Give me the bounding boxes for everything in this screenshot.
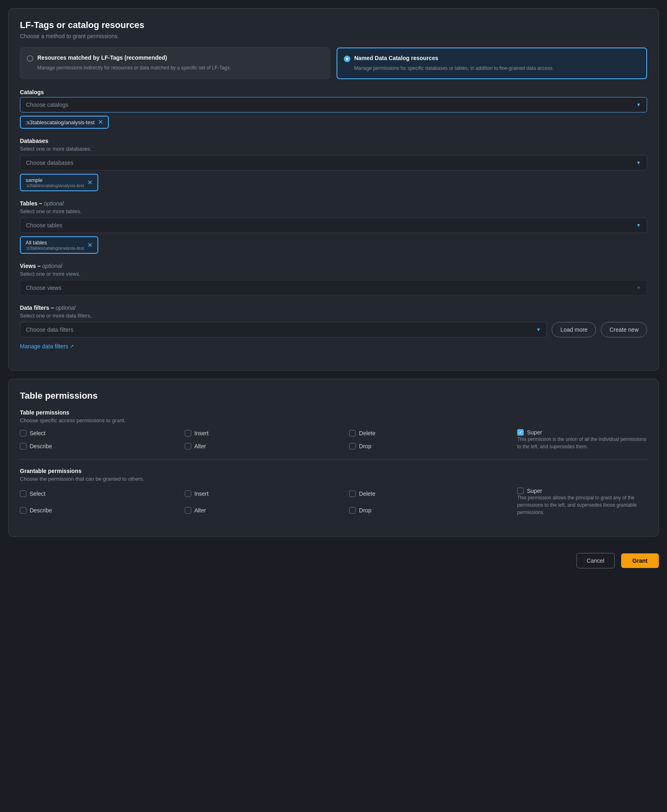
alter-checkbox[interactable] [185,443,191,449]
table-permissions-card: Table permissions Table permissions Choo… [8,379,659,537]
lf-tags-option-desc: Manage permissions indirectly for resour… [37,64,323,71]
perm-select: Select [20,429,178,437]
grant-insert-checkbox[interactable] [185,490,191,497]
data-filters-dropdown[interactable]: Choose data filters ▼ [20,322,547,337]
data-filters-sublabel: Select one or more data filters. [20,313,647,319]
catalogs-section: Catalogs Choose catalogs ▼ :s3tablescata… [20,89,647,129]
lf-tags-option[interactable]: Resources matched by LF-Tags (recommende… [20,48,330,79]
grant-super-checkbox[interactable] [517,488,524,494]
table-perms-section: Table permissions Choose specific access… [20,409,647,450]
views-arrow-icon: ▼ [636,285,641,291]
named-catalog-option-title: Named Data Catalog resources [354,55,438,61]
perm-describe: Describe [20,442,178,450]
tables-dropdown[interactable]: Choose tables ▼ [20,218,647,233]
tables-arrow-icon: ▼ [636,222,641,228]
data-filters-row: Choose data filters ▼ Load more Create n… [20,322,647,337]
grant-alter-label: Alter [194,507,206,514]
grant-delete-checkbox[interactable] [349,490,356,497]
grant-delete: Delete [349,488,507,499]
manage-data-filters-link[interactable]: Manage data filters ↗ [20,343,74,350]
catalogs-tag-close-icon[interactable]: ✕ [98,119,103,125]
grant-super-label: Super [527,488,542,494]
drop-checkbox[interactable] [349,443,356,449]
grantable-perms-section: Grantable permissions Choose the permiss… [20,468,647,516]
super-checkbox[interactable] [517,429,524,436]
delete-checkbox[interactable] [349,430,356,436]
grant-select: Select [20,488,178,499]
databases-tag-close-icon[interactable]: ✕ [87,179,93,186]
select-label: Select [30,430,45,436]
databases-label: Databases [20,138,647,144]
named-catalog-option[interactable]: Named Data Catalog resources Manage perm… [337,48,648,79]
grant-super-item: Super [517,488,647,494]
grant-alter-checkbox[interactable] [185,507,191,514]
databases-dropdown[interactable]: Choose databases ▼ [20,155,647,171]
data-filters-section: Data filters – optional Select one or mo… [20,304,647,350]
catalogs-tag: :s3tablescatalog/analysis-test ✕ [20,116,109,129]
perm-alter: Alter [185,442,343,450]
databases-sublabel: Select one or more databases. [20,146,647,152]
tables-tag-sub: :s3tablescatalog/analysis-test [26,246,84,251]
tables-section: Tables – optional Select one or more tab… [20,200,647,254]
super-label: Super [527,429,542,436]
grant-button[interactable]: Grant [621,553,659,568]
grant-delete-label: Delete [359,490,375,497]
super-item: Super [517,429,647,436]
catalogs-tag-name: :s3tablescatalog/analysis-test [26,119,95,125]
grantable-perms-label: Grantable permissions [20,468,647,474]
data-filters-label: Data filters – optional [20,304,647,311]
grant-insert-label: Insert [194,490,209,497]
card-subtitle: Choose a method to grant permissions. [20,33,647,39]
tables-sublabel: Select one or more tables. [20,208,647,214]
insert-checkbox[interactable] [185,430,191,436]
card-title: LF-Tags or catalog resources [20,20,647,30]
tables-placeholder: Choose tables [26,222,63,229]
catalogs-placeholder: Choose catalogs [26,102,68,108]
grant-drop-checkbox[interactable] [349,507,356,514]
perm-insert: Insert [185,429,343,437]
lf-tags-option-title: Resources matched by LF-Tags (recommende… [37,54,167,61]
describe-label: Describe [30,443,52,449]
tables-tag-close-icon[interactable]: ✕ [87,242,93,248]
grant-drop-label: Drop [359,507,371,514]
tables-tag: All tables :s3tablescatalog/analysis-tes… [20,236,98,254]
catalogs-dropdown[interactable]: Choose catalogs ▼ [20,97,647,112]
databases-tag-sub: :s3tablescatalog/analysis-test [26,183,84,188]
table-perms-checkboxes: Select Insert Delete Describe Alter [20,429,507,450]
named-catalog-radio[interactable] [344,56,350,62]
grantable-perms-checkboxes: Select Insert Delete Describe Alter [20,488,507,516]
super-desc: This permission is the union of all the … [517,436,647,450]
grant-describe: Describe [20,504,178,516]
views-section: Views – optional Select one or more view… [20,263,647,296]
views-label: Views – optional [20,263,647,269]
perm-drop: Drop [349,442,507,450]
table-perms-label: Table permissions [20,409,647,416]
views-sublabel: Select one or more views. [20,271,647,277]
alter-label: Alter [194,443,206,449]
databases-section: Databases Select one or more databases. … [20,138,647,191]
catalogs-label: Catalogs [20,89,647,95]
grantable-perms-sub: Choose the permission that can be grante… [20,476,647,482]
views-dropdown[interactable]: Choose views ▼ [20,280,647,296]
load-more-button[interactable]: Load more [552,322,596,337]
describe-checkbox[interactable] [20,443,26,449]
named-catalog-option-desc: Manage permissions for specific database… [354,65,640,72]
lf-tags-radio[interactable] [27,55,33,62]
permissions-divider [20,459,647,460]
grant-describe-checkbox[interactable] [20,507,26,514]
create-new-button[interactable]: Create new [601,322,647,337]
grant-insert: Insert [185,488,343,499]
views-placeholder: Choose views [26,285,61,291]
databases-arrow-icon: ▼ [636,160,641,166]
table-perms-super-block: Super This permission is the union of al… [517,429,647,450]
grantable-perms-grid: Select Insert Delete Describe Alter [20,488,647,516]
data-filters-arrow-icon: ▼ [536,327,541,333]
cancel-button[interactable]: Cancel [576,553,615,568]
select-checkbox[interactable] [20,430,26,436]
table-perms-grid: Select Insert Delete Describe Alter [20,429,647,450]
grant-select-checkbox[interactable] [20,490,26,497]
catalogs-arrow-icon: ▼ [636,102,641,108]
grant-drop: Drop [349,504,507,516]
external-link-icon: ↗ [70,343,74,349]
perm-delete: Delete [349,429,507,437]
